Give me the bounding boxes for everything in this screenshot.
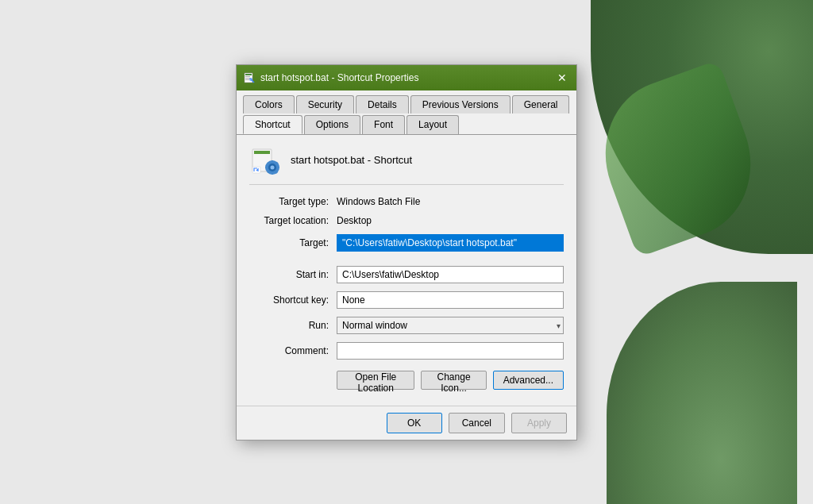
target-type-value: Windows Batch File <box>337 196 420 207</box>
titlebar: start hotspot.bat - Shortcut Properties … <box>237 65 576 90</box>
dialog-footer: OK Cancel Apply <box>237 406 576 440</box>
tab-colors[interactable]: Colors <box>243 95 295 113</box>
tab-general[interactable]: General <box>512 95 570 113</box>
shortcut-key-row: Shortcut key: <box>249 291 564 309</box>
svg-rect-11 <box>272 160 273 164</box>
comment-label: Comment: <box>249 345 337 356</box>
run-row: Run: Normal window Minimized Maximized ▾ <box>249 317 564 334</box>
tab-content: start hotspot.bat - Shortcut Target type… <box>237 135 576 406</box>
tab-previous-versions[interactable]: Previous Versions <box>410 95 511 113</box>
svg-rect-12 <box>272 172 273 175</box>
shortcut-key-label: Shortcut key: <box>249 294 337 306</box>
file-icon-box <box>249 144 281 176</box>
start-in-row: Start in: <box>249 266 564 283</box>
target-label: Target: <box>249 237 337 248</box>
tab-options[interactable]: Options <box>304 115 360 134</box>
target-type-row: Target type: Windows Batch File <box>249 196 564 207</box>
titlebar-icon <box>243 71 256 84</box>
file-display-name: start hotspot.bat - Shortcut <box>291 154 412 166</box>
close-button[interactable]: ✕ <box>554 70 570 86</box>
target-type-label: Target type: <box>249 196 337 207</box>
svg-rect-2 <box>245 76 250 77</box>
titlebar-title: start hotspot.bat - Shortcut Properties <box>260 72 549 83</box>
run-label: Run: <box>249 320 337 331</box>
target-location-row: Target location: Desktop <box>249 215 564 226</box>
ok-button[interactable]: OK <box>387 413 442 433</box>
target-input[interactable] <box>337 234 564 252</box>
svg-rect-4 <box>245 79 249 80</box>
svg-rect-1 <box>245 74 252 75</box>
tab-layout[interactable]: Layout <box>406 115 459 134</box>
tab-bar: Colors Security Details Previous Version… <box>237 90 576 135</box>
run-select[interactable]: Normal window Minimized Maximized <box>337 317 564 334</box>
shortcut-key-input[interactable] <box>337 291 564 309</box>
svg-point-5 <box>249 78 252 81</box>
properties-dialog: start hotspot.bat - Shortcut Properties … <box>236 64 577 441</box>
run-select-wrapper: Normal window Minimized Maximized ▾ <box>337 317 564 334</box>
svg-rect-14 <box>277 167 279 168</box>
tab-details[interactable]: Details <box>356 95 409 113</box>
bg-leaf-bottom-right <box>607 282 797 504</box>
apply-button[interactable]: Apply <box>511 413 567 433</box>
svg-point-10 <box>271 165 275 169</box>
comment-row: Comment: <box>249 342 564 360</box>
target-row: Target: <box>249 234 564 252</box>
change-icon-button[interactable]: Change Icon... <box>421 371 486 390</box>
file-header: start hotspot.bat - Shortcut <box>249 144 564 185</box>
tab-shortcut[interactable]: Shortcut <box>243 115 302 134</box>
action-buttons: Open File Location Change Icon... Advanc… <box>337 371 564 390</box>
cancel-button[interactable]: Cancel <box>449 413 505 433</box>
advanced-button[interactable]: Advanced... <box>493 371 564 390</box>
start-in-label: Start in: <box>249 269 337 280</box>
target-location-value: Desktop <box>337 215 372 226</box>
comment-input[interactable] <box>337 342 564 360</box>
tab-font[interactable]: Font <box>362 115 405 134</box>
svg-rect-7 <box>254 151 270 154</box>
svg-rect-13 <box>265 167 268 168</box>
start-in-input[interactable] <box>337 266 564 283</box>
open-file-location-button[interactable]: Open File Location <box>337 371 414 390</box>
tab-security[interactable]: Security <box>296 95 354 113</box>
target-location-label: Target location: <box>249 215 337 226</box>
